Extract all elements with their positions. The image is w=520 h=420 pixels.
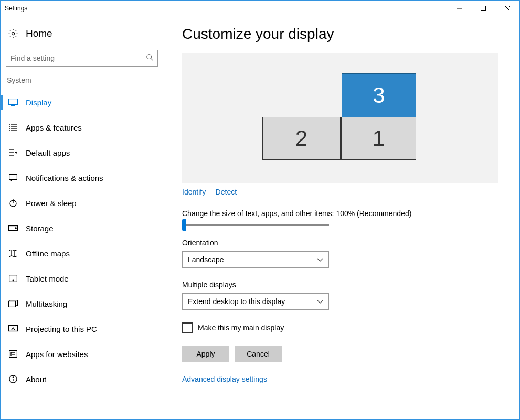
sidebar-item-default-apps[interactable]: Default apps	[1, 140, 163, 165]
sidebar: Home System Display Apps & features Defa…	[1, 16, 163, 419]
page-title: Customize your display	[182, 26, 498, 42]
monitor-2[interactable]: 2	[262, 117, 341, 160]
svg-point-5	[147, 55, 152, 59]
main-display-checkbox[interactable]	[182, 322, 193, 333]
sidebar-item-label: Projecting to this PC	[26, 325, 97, 333]
sidebar-item-label: Tablet mode	[26, 274, 69, 283]
apps-web-icon	[7, 350, 19, 358]
svg-rect-1	[481, 6, 486, 11]
svg-rect-20	[9, 175, 17, 180]
titlebar: Settings	[1, 1, 519, 16]
window-title: Settings	[5, 5, 27, 12]
sidebar-item-display[interactable]: Display	[1, 90, 163, 115]
list-icon	[7, 124, 19, 131]
sidebar-item-label: Apps for websites	[26, 350, 88, 359]
scale-label: Change the size of text, apps, and other…	[182, 209, 498, 218]
monitor-1[interactable]: 1	[341, 117, 416, 160]
apply-button[interactable]: Apply	[182, 346, 229, 362]
sidebar-item-notifications[interactable]: Notifications & actions	[1, 165, 163, 190]
map-icon	[7, 250, 19, 257]
maximize-button[interactable]	[471, 1, 495, 16]
orientation-label: Orientation	[182, 239, 498, 247]
project-icon	[7, 325, 19, 332]
sidebar-item-apps-websites[interactable]: Apps for websites	[1, 341, 163, 367]
svg-point-35	[13, 377, 13, 378]
multiple-displays-value: Extend desktop to this display	[188, 297, 285, 306]
search-icon	[146, 53, 153, 63]
sidebar-item-label: Multitasking	[26, 299, 67, 308]
sidebar-item-about[interactable]: About	[1, 367, 163, 392]
maximize-icon	[481, 6, 486, 11]
close-icon	[505, 6, 510, 11]
sidebar-item-label: Default apps	[26, 148, 70, 157]
main-content: Customize your display 3 2 1 Identify De…	[163, 16, 519, 419]
sidebar-item-label: Notifications & actions	[26, 174, 103, 182]
sidebar-item-label: About	[26, 375, 46, 384]
identify-link[interactable]: Identify	[182, 188, 206, 196]
sidebar-item-label: Storage	[26, 224, 54, 233]
defaults-icon	[7, 149, 19, 156]
svg-rect-7	[9, 99, 18, 105]
svg-rect-29	[9, 301, 16, 307]
sidebar-item-label: Apps & features	[26, 123, 82, 132]
svg-point-28	[13, 280, 14, 281]
gear-icon	[7, 28, 19, 39]
close-button[interactable]	[495, 1, 519, 16]
svg-point-24	[15, 228, 16, 229]
display-icon	[7, 99, 19, 106]
orientation-value: Landscape	[188, 255, 224, 264]
search-box[interactable]	[6, 50, 158, 67]
about-icon	[7, 375, 19, 383]
sidebar-item-tablet-mode[interactable]: Tablet mode	[1, 266, 163, 291]
notifications-icon	[7, 174, 19, 181]
sidebar-item-projecting[interactable]: Projecting to this PC	[1, 316, 163, 341]
svg-point-4	[12, 33, 15, 35]
multiple-displays-label: Multiple displays	[182, 281, 498, 289]
multiple-displays-dropdown[interactable]: Extend desktop to this display	[182, 293, 329, 310]
power-icon	[7, 199, 19, 207]
sidebar-item-power-sleep[interactable]: Power & sleep	[1, 190, 163, 216]
sidebar-item-multitasking[interactable]: Multitasking	[1, 291, 163, 316]
settings-window: Settings Home System	[0, 0, 520, 420]
sidebar-item-label: Offline maps	[26, 249, 70, 258]
minimize-button[interactable]	[447, 1, 471, 16]
sidebar-item-offline-maps[interactable]: Offline maps	[1, 241, 163, 266]
sidebar-item-label: Display	[26, 98, 51, 107]
home-button[interactable]: Home	[1, 24, 163, 48]
svg-line-6	[151, 59, 153, 61]
detect-link[interactable]: Detect	[216, 188, 237, 196]
monitor-3[interactable]: 3	[342, 73, 416, 117]
sidebar-item-label: Power & sleep	[26, 199, 77, 208]
main-display-checkbox-label: Make this my main display	[198, 324, 284, 332]
chevron-down-icon	[317, 297, 323, 306]
orientation-dropdown[interactable]: Landscape	[182, 251, 329, 268]
display-arrangement[interactable]: 3 2 1	[182, 53, 498, 183]
storage-icon	[7, 225, 19, 231]
chevron-down-icon	[317, 255, 323, 264]
advanced-display-settings-link[interactable]: Advanced display settings	[182, 375, 267, 383]
sidebar-item-storage[interactable]: Storage	[1, 216, 163, 241]
svg-rect-31	[9, 351, 17, 358]
tablet-icon	[7, 275, 19, 282]
home-label: Home	[26, 28, 52, 39]
slider-thumb[interactable]	[182, 219, 186, 231]
multitask-icon	[7, 300, 19, 307]
sidebar-item-apps-features[interactable]: Apps & features	[1, 115, 163, 140]
section-label: System	[1, 76, 163, 90]
cancel-button[interactable]: Cancel	[235, 346, 282, 362]
search-input[interactable]	[10, 54, 146, 62]
minimize-icon	[457, 6, 462, 11]
scale-slider[interactable]	[182, 224, 329, 226]
